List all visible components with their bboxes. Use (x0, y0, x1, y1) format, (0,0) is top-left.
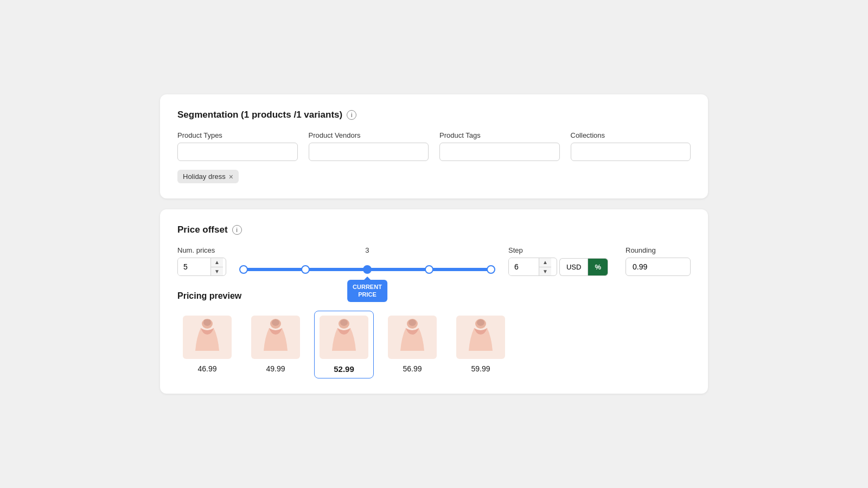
price-offset-card: Price offset i Num. prices ▲ ▼ 3 (160, 209, 708, 394)
tags-row: Holiday dress × (177, 170, 691, 183)
step-spinner: ▲ ▼ (508, 258, 557, 276)
preview-item-5[interactable]: 59.99 (451, 311, 510, 378)
usd-button[interactable]: USD (559, 258, 588, 276)
rounding-group: Rounding (626, 246, 691, 276)
num-prices-label: Num. prices (177, 246, 226, 254)
dress-svg-4 (396, 318, 429, 356)
collections-label: Collections (571, 131, 691, 139)
num-prices-group: Num. prices ▲ ▼ (177, 246, 226, 276)
product-tags-group: Product Tags (439, 131, 560, 161)
dress-svg-2 (259, 318, 292, 356)
product-vendors-group: Product Vendors (309, 131, 429, 161)
dress-svg-5 (464, 318, 497, 356)
segmentation-fields-row: Product Types Product Vendors Product Ta… (177, 131, 691, 161)
current-price-tooltip: CURRENTPRICE (347, 280, 387, 302)
slider-thumb-4[interactable] (425, 265, 433, 274)
step-label: Step (508, 246, 608, 254)
slider-label: 3 (365, 246, 369, 254)
preview-item-2[interactable]: 49.99 (246, 311, 305, 378)
dress-svg-3 (328, 318, 360, 356)
num-prices-input[interactable] (178, 258, 210, 275)
collections-group: Collections (571, 131, 691, 161)
svg-point-4 (272, 319, 279, 326)
product-vendors-label: Product Vendors (309, 131, 429, 139)
preview-img-1 (183, 316, 232, 359)
svg-point-10 (477, 319, 484, 326)
preview-item-4[interactable]: 56.99 (382, 311, 442, 378)
tag-remove-icon[interactable]: × (229, 173, 233, 181)
usd-percent-toggle: USD % (559, 258, 608, 276)
slider-thumb-1[interactable] (239, 265, 248, 274)
preview-item-3-active[interactable]: 52.99 (314, 311, 374, 378)
step-down-button[interactable]: ▼ (539, 267, 551, 276)
price-offset-title-text: Price offset (177, 224, 228, 235)
pricing-preview-title: Pricing preview (177, 291, 691, 301)
dress-svg-1 (191, 318, 224, 356)
preview-price-3: 52.99 (334, 364, 354, 374)
preview-price-1: 46.99 (197, 364, 216, 373)
preview-price-4: 56.99 (403, 364, 422, 373)
preview-items-row: 46.99 49.99 (177, 311, 691, 378)
slider-container: 3 CURRENTPRICE (244, 246, 491, 271)
preview-img-5 (456, 316, 505, 359)
product-types-label: Product Types (177, 131, 298, 139)
product-tags-label: Product Tags (439, 131, 560, 139)
main-container: Segmentation (1 products /1 variants) i … (160, 94, 708, 394)
step-input[interactable] (509, 258, 539, 275)
spinner-up-button[interactable]: ▲ (211, 258, 223, 267)
product-types-input[interactable] (177, 143, 298, 161)
product-types-group: Product Types (177, 131, 298, 161)
segmentation-card: Segmentation (1 products /1 variants) i … (160, 94, 708, 198)
preview-price-2: 49.99 (266, 364, 285, 373)
svg-rect-2 (204, 319, 210, 322)
slider-thumb-5[interactable] (487, 265, 495, 274)
price-offset-controls-row: Num. prices ▲ ▼ 3 (177, 246, 691, 276)
price-offset-info-icon[interactable]: i (232, 225, 242, 235)
num-prices-spinner: ▲ ▼ (177, 258, 226, 276)
step-group: Step ▲ ▼ USD % (508, 246, 608, 276)
product-tags-input[interactable] (439, 143, 560, 161)
rounding-label: Rounding (626, 246, 691, 254)
preview-price-5: 59.99 (471, 364, 490, 373)
tag-holiday-dress: Holiday dress × (177, 170, 239, 183)
percent-button[interactable]: % (588, 258, 608, 276)
segmentation-title-text: Segmentation (1 products /1 variants) (177, 110, 342, 120)
tag-label: Holiday dress (183, 172, 226, 181)
preview-img-2 (251, 316, 300, 359)
rounding-input[interactable] (626, 258, 691, 276)
svg-point-6 (340, 319, 348, 326)
slider-thumb-3-active[interactable] (363, 265, 372, 274)
collections-input[interactable] (571, 143, 691, 161)
price-offset-title: Price offset i (177, 224, 691, 235)
preview-item-1[interactable]: 46.99 (177, 311, 237, 378)
step-spinner-buttons: ▲ ▼ (539, 258, 551, 275)
spinner-buttons: ▲ ▼ (210, 258, 223, 275)
preview-img-4 (388, 316, 437, 359)
segmentation-title: Segmentation (1 products /1 variants) i (177, 110, 691, 120)
product-vendors-input[interactable] (309, 143, 429, 161)
svg-point-8 (409, 319, 416, 326)
segmentation-info-icon[interactable]: i (347, 110, 356, 120)
step-up-button[interactable]: ▲ (539, 258, 551, 267)
spinner-down-button[interactable]: ▼ (211, 267, 223, 276)
slider-thumb-2[interactable] (301, 265, 310, 274)
preview-img-3 (320, 316, 368, 359)
pricing-preview-section: Pricing preview 46.99 (177, 291, 691, 378)
slider-track[interactable]: CURRENTPRICE (244, 268, 491, 271)
